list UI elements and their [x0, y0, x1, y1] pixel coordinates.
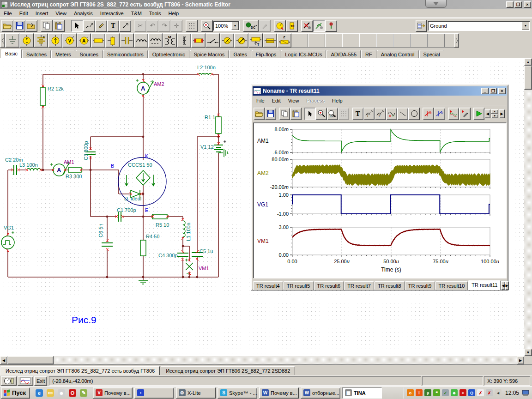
- label-C3[interactable]: C3 300p: [83, 141, 89, 160]
- select-arrow-button[interactable]: [71, 20, 83, 32]
- vertical-scrollbar[interactable]: ▲ ▼: [524, 58, 532, 356]
- View[interactable]: View: [52, 10, 70, 17]
- Help[interactable]: Help: [328, 97, 346, 104]
- tr-titlebar[interactable]: Noname - TR result11 _ ❐ ×: [253, 86, 507, 96]
- Исслед отриц сопрот ЭП ГТ806 2S_882_772 есть возбуд ГТ806[interactable]: Исслед отриц сопрот ЭП ГТ806 2S_882_772 …: [0, 366, 160, 375]
- Edit[interactable]: Edit: [16, 10, 32, 17]
- wires[interactable]: [8, 74, 218, 280]
- red-arrow-tray-icon[interactable]: >: [459, 389, 466, 396]
- component-capacitor-button[interactable]: [120, 33, 134, 48]
- battery-V1[interactable]: [214, 140, 226, 152]
- volume-tray-icon[interactable]: ◄: [495, 389, 502, 396]
- tr-tab-scroll-right-button[interactable]: ▶: [505, 281, 509, 290]
- component-ground-button[interactable]: [5, 33, 19, 48]
- label-L2[interactable]: L2 100n: [197, 65, 216, 70]
- component-mutual-inductance-button[interactable]: M: [163, 33, 177, 48]
- tab-analog-control[interactable]: Analog Control: [377, 50, 419, 58]
- resistor-R2[interactable]: [40, 88, 46, 105]
- prev-page-button[interactable]: ◀: [484, 109, 490, 118]
- tab-meters[interactable]: Meters: [51, 50, 75, 58]
- color-picker-icon[interactable]: [459, 108, 470, 120]
- save-button[interactable]: [13, 20, 25, 32]
- restore-button[interactable]: ❐: [514, 1, 522, 8]
- component-impedance-button[interactable]: Z: [277, 33, 291, 48]
- label-VM1[interactable]: VM1: [199, 266, 209, 271]
- label-V1[interactable]: V1 12: [200, 144, 214, 150]
- capacitor-C6[interactable]: [102, 243, 113, 246]
- TR result10[interactable]: TR result10: [435, 281, 468, 290]
- folder-quicklaunch-icon[interactable]: ▭: [45, 388, 55, 398]
- File[interactable]: File: [0, 10, 16, 17]
- ground-bottom[interactable]: [139, 280, 148, 284]
- text-tool-icon[interactable]: T: [352, 108, 363, 120]
- TR result11[interactable]: TR result11: [468, 280, 501, 290]
- floppy-task-icon[interactable]: ▪: [134, 387, 174, 399]
- tab-basic[interactable]: Basic: [1, 49, 22, 58]
- component-current-arrow-meter-button[interactable]: [234, 33, 248, 48]
- dc-analysis-button[interactable]: DC: [243, 20, 259, 32]
- horizontal-scroll-thumb[interactable]: [7, 356, 54, 364]
- TR result6[interactable]: TR result6: [314, 281, 344, 290]
- tab-sources[interactable]: Sources: [76, 50, 103, 58]
- search-tray-icon[interactable]: Q: [468, 389, 475, 396]
- minimize-button[interactable]: _: [506, 1, 514, 8]
- label-C4[interactable]: C4 300p: [158, 253, 178, 258]
- component-lamp-button[interactable]: [220, 33, 234, 48]
- xlite-task-icon[interactable]: ⚙X-Lite: [176, 387, 216, 399]
- TR result8[interactable]: TR result8: [375, 281, 405, 290]
- label-AM2[interactable]: AM2: [154, 81, 164, 87]
- inductor-L3[interactable]: [27, 169, 41, 170]
- alien-quicklaunch-icon[interactable]: ☻: [56, 388, 66, 398]
- component-jumper-button[interactable]: [263, 33, 277, 48]
- word-task-icon2[interactable]: Wотборные...: [301, 387, 340, 399]
- undo-button[interactable]: ↶: [146, 20, 158, 32]
- Insert[interactable]: Insert: [32, 10, 52, 17]
- save-icon[interactable]: [265, 108, 276, 120]
- cut-button[interactable]: ✂: [134, 20, 146, 32]
- TR result5[interactable]: TR result5: [284, 281, 314, 290]
- scroll-up-button[interactable]: ▲: [524, 58, 532, 66]
- opera-quicklaunch-icon[interactable]: O: [67, 388, 78, 398]
- open-button[interactable]: [1, 20, 13, 32]
- battery-1k-button[interactable]: 1K: [286, 20, 298, 32]
- legend-icon[interactable]: [386, 108, 397, 120]
- utorrent-tray-icon[interactable]: µ: [424, 389, 431, 396]
- Analysis[interactable]: Analysis: [70, 10, 97, 17]
- TR result7[interactable]: TR result7: [344, 281, 374, 290]
- Process[interactable]: Process: [302, 97, 328, 104]
- zoom-100-icon[interactable]: 100%: [327, 108, 338, 120]
- component-voltmeter-button[interactable]: V: [62, 33, 77, 48]
- analyzer-button[interactable]: [301, 20, 313, 32]
- curve-label-icon[interactable]: T: [363, 108, 375, 120]
- next-page-button[interactable]: ▶: [499, 109, 505, 118]
- label-D-ideal[interactable]: D_ideal: [124, 196, 141, 201]
- vivaldi-task-icon[interactable]: VПочему в...: [93, 387, 133, 399]
- circle-tool-icon[interactable]: [408, 108, 419, 120]
- tab-semiconductors[interactable]: Semiconductors: [103, 50, 148, 58]
- component-voltage-source-button[interactable]: [19, 33, 34, 48]
- component-transformer-button[interactable]: [177, 33, 191, 48]
- component-search-combo[interactable]: Ground▼: [428, 21, 530, 31]
- hardware-tray-icon[interactable]: ✗: [486, 389, 493, 396]
- Interactive[interactable]: Interactive: [97, 10, 127, 17]
- text-tool-button[interactable]: T: [107, 20, 119, 32]
- TR result4[interactable]: TR result4: [253, 281, 283, 290]
- copy-icon[interactable]: [279, 108, 290, 120]
- cursor-b-icon[interactable]: b: [434, 108, 445, 120]
- vertical-scroll-thumb[interactable]: [524, 66, 532, 90]
- paste-icon[interactable]: [290, 108, 301, 120]
- skype-task-icon[interactable]: SSkype™ - ...: [218, 387, 257, 399]
- tab-optoelectronic[interactable]: Optoelectronic: [148, 50, 189, 58]
- start-button[interactable]: Пуск: [1, 387, 30, 399]
- label-node-E[interactable]: E: [145, 207, 148, 213]
- curve-query-icon[interactable]: ?: [375, 108, 386, 120]
- component-battery-button[interactable]: [34, 33, 48, 48]
- display-tray-icon[interactable]: [522, 390, 529, 396]
- dc-meter-button[interactable]: [1, 376, 17, 386]
- label-C5[interactable]: C5 1u: [200, 248, 213, 254]
- meter-button[interactable]: [274, 20, 286, 32]
- oscilloscope-button[interactable]: [313, 20, 325, 32]
- probe-pen-button[interactable]: [259, 20, 271, 32]
- tab-special[interactable]: Special: [419, 50, 444, 58]
- slide-panel-button[interactable]: [425, 0, 447, 8]
